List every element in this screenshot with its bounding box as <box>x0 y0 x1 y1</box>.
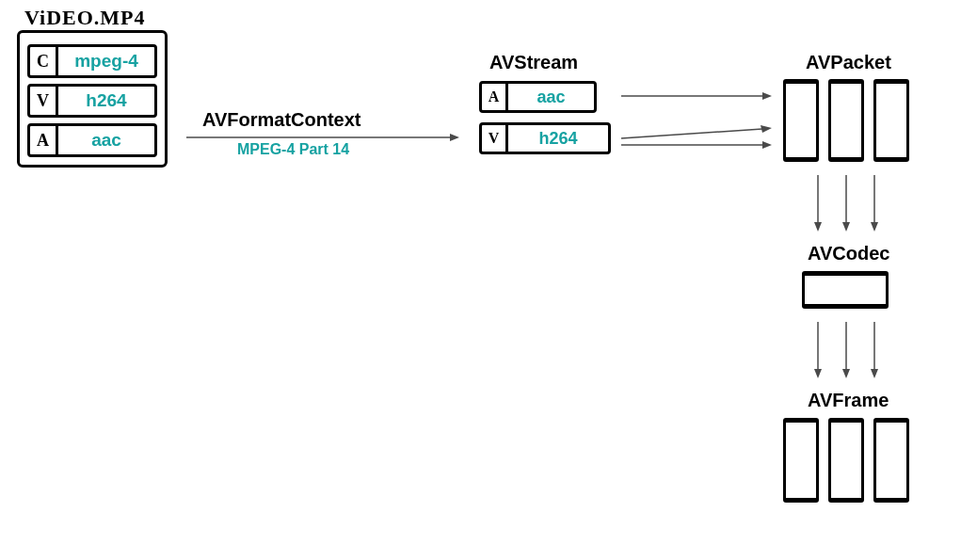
codec-h264: h264 <box>58 87 154 115</box>
stream-video-row: V h264 <box>479 122 611 154</box>
codec-aac: aac <box>58 126 154 154</box>
svg-marker-9 <box>814 222 822 232</box>
svg-marker-1 <box>450 134 459 141</box>
file-title: ViDEO.MP4 <box>24 6 146 30</box>
codec-mpeg4: mpeg-4 <box>58 47 154 75</box>
stream-codec-aac: aac <box>508 84 594 110</box>
avstream-title: AVStream <box>489 52 578 73</box>
svg-marker-17 <box>842 369 850 378</box>
svg-line-4 <box>621 129 762 138</box>
avformatcontext-subtitle: MPEG-4 Part 14 <box>237 141 349 158</box>
packet-1 <box>783 79 819 162</box>
avcodec-title: AVCodec <box>808 243 889 264</box>
arrow-packet-to-codec-2 <box>841 175 852 232</box>
stream-tag-audio: A <box>482 84 508 110</box>
packet-2 <box>828 79 864 162</box>
arrow-packet-to-codec-1 <box>812 175 824 232</box>
codec-box <box>802 271 889 309</box>
svg-marker-11 <box>842 222 850 232</box>
svg-marker-15 <box>814 369 822 378</box>
svg-marker-5 <box>761 125 772 133</box>
arrow-format-to-stream <box>186 132 459 143</box>
stream-audio-row: A aac <box>479 81 597 113</box>
arrow-stream-audio-to-packet <box>621 90 772 102</box>
video-row: V h264 <box>27 84 157 118</box>
packet-3 <box>873 79 909 162</box>
video-file-container: C mpeg-4 V h264 A aac <box>17 30 168 168</box>
stream-tag-video: V <box>482 125 508 152</box>
tag-video: V <box>30 87 58 115</box>
arrow-codec-to-frame-1 <box>812 322 824 378</box>
stream-codec-h264: h264 <box>508 125 608 152</box>
arrow-stream-video-to-packet-2 <box>621 139 772 151</box>
frame-3 <box>873 418 909 503</box>
tag-container: C <box>30 47 58 75</box>
arrow-packet-to-codec-3 <box>869 175 880 232</box>
svg-marker-19 <box>871 369 878 378</box>
svg-marker-7 <box>762 141 772 149</box>
svg-marker-13 <box>871 222 878 232</box>
arrow-codec-to-frame-3 <box>869 322 880 378</box>
frame-1 <box>783 418 819 503</box>
avframe-title: AVFrame <box>808 390 889 411</box>
svg-marker-3 <box>762 92 772 100</box>
avformatcontext-title: AVFormatContext <box>202 109 361 131</box>
frame-2 <box>828 418 864 503</box>
arrow-codec-to-frame-2 <box>841 322 852 378</box>
avpacket-title: AVPacket <box>806 52 891 73</box>
audio-row: A aac <box>27 123 157 157</box>
tag-audio: A <box>30 126 58 154</box>
container-row: C mpeg-4 <box>27 44 157 78</box>
